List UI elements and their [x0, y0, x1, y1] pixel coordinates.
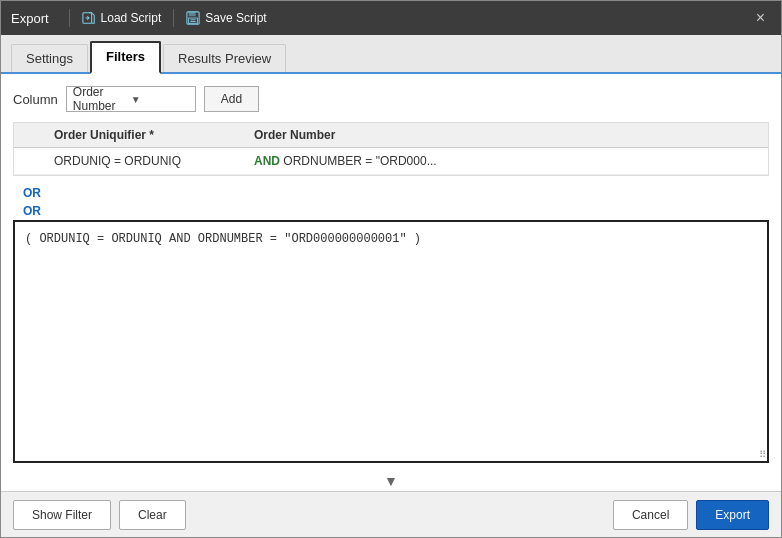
row-check-cell	[14, 148, 44, 175]
footer-right: Cancel Export	[613, 500, 769, 530]
dropdown-arrow-icon: ▼	[131, 94, 189, 105]
load-script-label: Load Script	[101, 11, 162, 25]
show-filter-button[interactable]: Show Filter	[13, 500, 111, 530]
or-row-1[interactable]: OR	[13, 184, 769, 202]
tab-results-preview[interactable]: Results Preview	[163, 44, 286, 72]
tab-settings[interactable]: Settings	[11, 44, 88, 72]
export-modal: Export Load Script Save Script ×	[0, 0, 782, 538]
sql-section: ⠿	[13, 220, 769, 463]
table-header-row: Order Uniquifier * Order Number	[14, 123, 768, 148]
load-script-button[interactable]: Load Script	[74, 8, 170, 28]
collapse-arrow-icon: ▼	[384, 473, 398, 489]
modal-title: Export	[11, 11, 49, 26]
svg-rect-2	[189, 12, 196, 16]
column-select-dropdown[interactable]: Order Number ▼	[66, 86, 196, 112]
filter-table-wrapper: Order Uniquifier * Order Number ORDUNIQ …	[13, 122, 769, 176]
column-select-value: Order Number	[73, 85, 131, 113]
title-bar: Export Load Script Save Script ×	[1, 1, 781, 35]
add-button[interactable]: Add	[204, 86, 259, 112]
collapse-arrow[interactable]: ▼	[13, 471, 769, 491]
tabs-bar: Settings Filters Results Preview	[1, 35, 781, 74]
footer-left: Show Filter Clear	[13, 500, 605, 530]
save-script-icon	[186, 11, 200, 25]
tab-filters[interactable]: Filters	[90, 41, 161, 74]
col-header-uniquifier: Order Uniquifier *	[44, 123, 244, 148]
sql-textarea[interactable]	[15, 222, 767, 461]
clear-button[interactable]: Clear	[119, 500, 186, 530]
save-script-label: Save Script	[205, 11, 266, 25]
row-number-value: ORDNUMBER = "ORD000...	[283, 154, 436, 168]
title-bar-divider2	[173, 9, 174, 27]
row-number-cell: AND ORDNUMBER = "ORD000...	[244, 148, 768, 175]
save-script-button[interactable]: Save Script	[178, 8, 274, 28]
export-button[interactable]: Export	[696, 500, 769, 530]
and-keyword: AND	[254, 154, 280, 168]
col-header-number: Order Number	[244, 123, 768, 148]
filters-content: Column Order Number ▼ Add Order Uniquifi…	[1, 74, 781, 491]
col-header-check	[14, 123, 44, 148]
or-row-2[interactable]: OR	[13, 202, 769, 220]
column-row: Column Order Number ▼ Add	[13, 86, 769, 112]
filter-table: Order Uniquifier * Order Number ORDUNIQ …	[14, 123, 768, 175]
column-label: Column	[13, 92, 58, 107]
title-bar-divider	[69, 9, 70, 27]
footer: Show Filter Clear Cancel Export	[1, 491, 781, 537]
row-uniquifier-cell: ORDUNIQ = ORDUNIQ	[44, 148, 244, 175]
resize-handle-icon[interactable]: ⠿	[753, 447, 767, 461]
close-button[interactable]: ×	[750, 7, 771, 29]
svg-rect-3	[189, 18, 198, 23]
cancel-button[interactable]: Cancel	[613, 500, 688, 530]
load-script-icon	[82, 11, 96, 25]
table-row: ORDUNIQ = ORDUNIQ AND ORDNUMBER = "ORD00…	[14, 148, 768, 175]
